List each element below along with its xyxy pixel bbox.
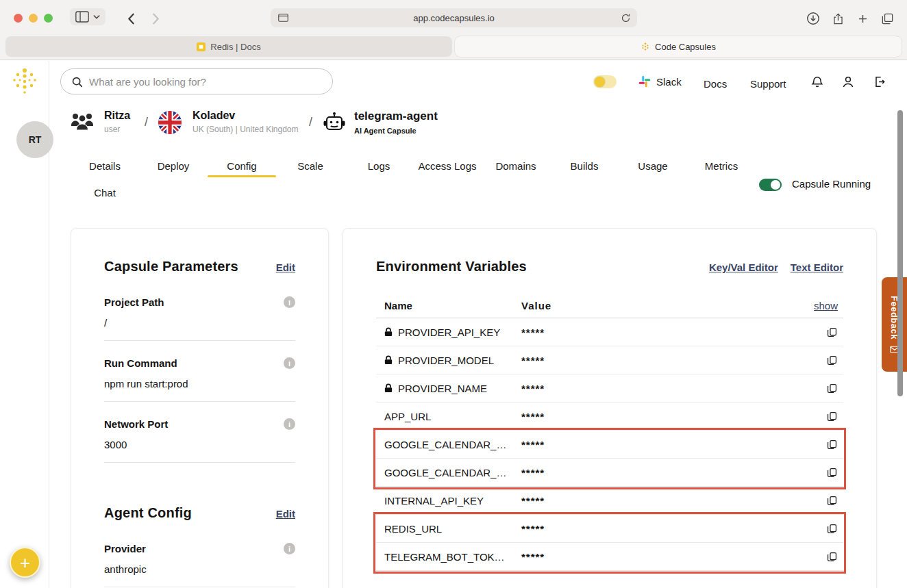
breadcrumb-team[interactable]: Koladev UK (South) | United Kingdom — [192, 110, 299, 134]
tab-chat[interactable]: Chat — [71, 183, 139, 209]
copy-icon[interactable] — [826, 551, 838, 563]
env-var-name: PROVIDER_API_KEY — [398, 327, 500, 338]
field-label: Project Path — [104, 296, 164, 308]
tab-label: Scale — [297, 160, 323, 172]
scrollbar-thumb[interactable] — [897, 110, 903, 396]
env-var-value: ***** — [521, 355, 812, 366]
capsule-parameters-edit-link[interactable]: Edit — [276, 261, 295, 273]
browser-chrome: app.codecapsules.io Redis | Docs Code Ca… — [0, 0, 907, 60]
show-values-link[interactable]: show — [814, 300, 838, 311]
lock-icon — [384, 327, 393, 337]
ritza-org-icon[interactable] — [70, 110, 95, 132]
window-close-button[interactable] — [14, 14, 23, 23]
theme-toggle[interactable] — [593, 75, 617, 88]
copy-icon[interactable] — [826, 411, 838, 422]
copy-icon[interactable] — [826, 355, 838, 366]
window-minimize-button[interactable] — [29, 14, 38, 23]
logout-button[interactable] — [873, 75, 886, 89]
env-var-name: GOOGLE_CALENDAR_… — [384, 439, 506, 450]
reload-icon[interactable] — [621, 13, 631, 23]
forward-button[interactable] — [147, 10, 164, 27]
info-icon[interactable] — [284, 296, 295, 308]
field-project-path: Project Path / — [104, 296, 295, 341]
tab-metrics[interactable]: Metrics — [687, 156, 756, 183]
capsule-running-toggle[interactable] — [759, 179, 782, 191]
add-capsule-button[interactable]: + — [10, 547, 40, 578]
notifications-button[interactable] — [810, 75, 824, 89]
sidebar-toggle-button[interactable] — [70, 8, 105, 25]
env-var-value: ***** — [521, 467, 812, 478]
copy-icon[interactable] — [826, 467, 838, 478]
uk-flag-avatar — [158, 111, 182, 134]
tab-label: Builds — [571, 160, 599, 172]
tab-label: Config — [227, 160, 256, 172]
copy-icon[interactable] — [826, 495, 838, 507]
copy-icon[interactable] — [826, 439, 838, 450]
tab-config[interactable]: Config — [208, 156, 276, 183]
sidebar-icon — [75, 11, 89, 23]
env-header-name: Name — [384, 300, 412, 311]
tab-label: Deploy — [158, 160, 190, 172]
text-editor-link[interactable]: Text Editor — [791, 261, 843, 273]
browser-tab-label: Redis | Docs — [210, 42, 260, 52]
env-var-row: REDIS_URL ***** — [376, 515, 843, 543]
window-zoom-button[interactable] — [44, 14, 53, 23]
breadcrumb-separator: / — [309, 115, 312, 129]
env-var-name: PROVIDER_NAME — [398, 383, 487, 394]
user-avatar[interactable]: RT — [16, 121, 53, 158]
global-search[interactable] — [60, 68, 333, 94]
search-input[interactable] — [89, 76, 322, 88]
tab-builds[interactable]: Builds — [550, 156, 619, 183]
nav-support-label: Support — [750, 78, 786, 90]
browser-tab-redis-docs[interactable]: Redis | Docs — [5, 36, 452, 57]
url-text: app.codecapsules.io — [413, 13, 495, 23]
field-label: Provider — [104, 543, 146, 554]
browser-tab-code-capsules[interactable]: Code Capsules — [455, 36, 902, 57]
nav-docs[interactable]: Docs — [704, 76, 727, 91]
env-var-name: INTERNAL_API_KEY — [384, 495, 484, 507]
share-button[interactable] — [829, 10, 847, 27]
env-var-value: ***** — [521, 383, 812, 394]
tab-overview-button[interactable] — [878, 10, 896, 27]
downloads-button[interactable] — [804, 10, 822, 27]
env-var-name: GOOGLE_CALENDAR_… — [384, 467, 506, 478]
breadcrumb-team-name: Koladev — [192, 110, 299, 122]
info-icon[interactable] — [284, 418, 295, 430]
keyval-editor-link[interactable]: Key/Val Editor — [709, 261, 778, 273]
breadcrumb-capsule[interactable]: telegram-agent AI Agent Capsule — [354, 110, 438, 135]
nav-slack[interactable]: Slack — [638, 74, 682, 89]
feedback-tab[interactable]: Feedback — [882, 277, 907, 372]
info-icon[interactable] — [284, 543, 295, 554]
tab-access-logs[interactable]: Access Logs — [413, 156, 482, 183]
tab-domains[interactable]: Domains — [482, 156, 550, 183]
account-button[interactable] — [841, 75, 855, 89]
code-capsules-logo[interactable] — [11, 67, 38, 96]
copy-icon[interactable] — [826, 327, 838, 338]
breadcrumb-team-sub: UK (South) | United Kingdom — [192, 125, 299, 134]
tab-usage[interactable]: Usage — [619, 156, 687, 183]
page-settings-icon[interactable] — [278, 14, 288, 22]
breadcrumb-user[interactable]: Ritza user — [104, 110, 130, 134]
copy-icon[interactable] — [826, 523, 838, 535]
tab-logs[interactable]: Logs — [345, 156, 413, 183]
address-bar[interactable]: app.codecapsules.io — [271, 8, 637, 27]
env-table-header: Name Value show — [376, 294, 843, 318]
env-var-value: ***** — [521, 495, 812, 507]
env-var-row: GOOGLE_CALENDAR_… ***** — [376, 431, 843, 459]
back-button[interactable] — [122, 10, 140, 27]
highlight-box-google-calendar: GOOGLE_CALENDAR_… ***** GOOGLE_CALENDAR_… — [376, 431, 843, 487]
agent-config-edit-link[interactable]: Edit — [276, 508, 295, 520]
copy-icon[interactable] — [826, 383, 838, 394]
tab-deploy[interactable]: Deploy — [139, 156, 208, 183]
chevron-down-icon — [93, 14, 100, 19]
tab-label: Usage — [638, 160, 667, 172]
theme-toggle-knob — [595, 77, 605, 87]
env-var-row: TELEGRAM_BOT_TOK… ***** — [376, 543, 843, 571]
tab-details[interactable]: Details — [71, 156, 139, 183]
tab-label: Chat — [94, 187, 116, 199]
nav-support[interactable]: Support — [750, 76, 786, 91]
env-var-row: GOOGLE_CALENDAR_… ***** — [376, 459, 843, 487]
info-icon[interactable] — [284, 357, 295, 369]
new-tab-button[interactable] — [854, 10, 871, 27]
tab-scale[interactable]: Scale — [276, 156, 345, 183]
